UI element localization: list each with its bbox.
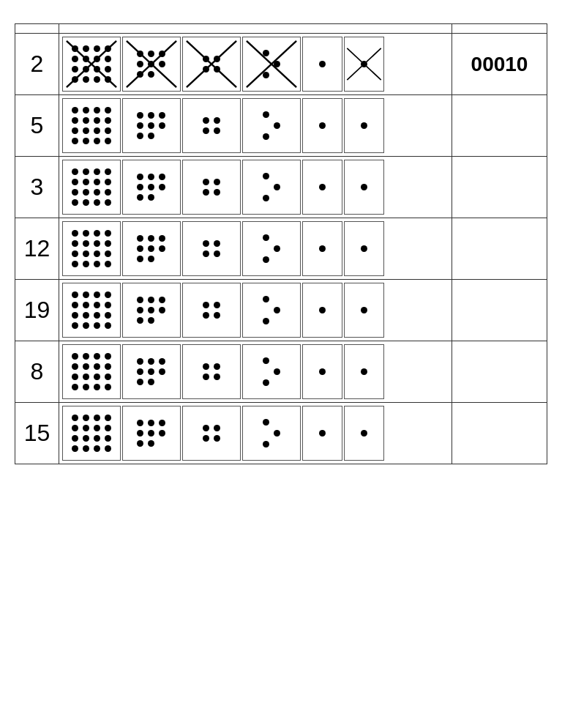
binary-card-2: [182, 406, 241, 461]
cards-cell-0: [59, 34, 452, 95]
binary-card-4: [302, 98, 342, 153]
binary-card-4: [302, 283, 342, 338]
binary-card-0: [62, 160, 121, 215]
binary-card-1: [122, 98, 181, 153]
cards-cell-1: [59, 95, 452, 157]
binary-answer-1: [452, 95, 547, 157]
binary-card-5: [344, 406, 384, 461]
binary-card-5: [344, 98, 384, 153]
binary-card-4: [302, 221, 342, 276]
binary-card-0: [62, 406, 121, 461]
binary-card-4: [302, 344, 342, 399]
binary-card-1: [122, 221, 181, 276]
cards-cell-3: [59, 218, 452, 280]
binary-card-2: [182, 344, 241, 399]
binary-card-3: [242, 344, 301, 399]
binary-card-3: [242, 283, 301, 338]
binary-card-3: [242, 98, 301, 153]
binary-card-1: [122, 344, 181, 399]
cards-cell-2: [59, 157, 452, 218]
table-row: 12: [15, 218, 547, 280]
binary-answer-2: [452, 157, 547, 218]
binary-card-2: [182, 98, 241, 153]
binary-card-4: [302, 160, 342, 215]
binary-answer-0: 00010: [452, 34, 547, 95]
binary-answer-3: [452, 218, 547, 280]
cards-cell-4: [59, 280, 452, 341]
binary-card-5: [344, 344, 384, 399]
binary-card-0: [62, 98, 121, 153]
binary-card-1: [122, 160, 181, 215]
binary-card-3: [242, 221, 301, 276]
binary-card-3: [242, 406, 301, 461]
binary-card-5: [344, 221, 384, 276]
table-row: 15: [15, 403, 547, 464]
binary-card-5: [344, 37, 384, 92]
row-number-6: 15: [15, 403, 59, 464]
binary-answer-4: [452, 280, 547, 341]
table-row: 2 00010: [15, 34, 547, 95]
row-number-0: 2: [15, 34, 59, 95]
binary-card-2: [182, 283, 241, 338]
worksheet-table: 2 00010531219815: [15, 23, 547, 464]
table-row: 3: [15, 157, 547, 218]
binary-card-1: [122, 283, 181, 338]
page: 2 00010531219815: [15, 15, 547, 464]
row-number-5: 8: [15, 341, 59, 403]
binary-card-1: [122, 406, 181, 461]
cards-cell-6: [59, 403, 452, 464]
header-number: [15, 24, 59, 34]
binary-card-2: [182, 160, 241, 215]
table-row: 5: [15, 95, 547, 157]
table-row: 19: [15, 280, 547, 341]
binary-card-0: [62, 37, 121, 92]
binary-card-0: [62, 344, 121, 399]
binary-card-3: [242, 160, 301, 215]
binary-answer-6: [452, 403, 547, 464]
row-number-3: 12: [15, 218, 59, 280]
binary-card-2: [182, 221, 241, 276]
binary-card-0: [62, 221, 121, 276]
table-row: 8: [15, 341, 547, 403]
binary-card-3: [242, 37, 301, 92]
binary-card-5: [344, 160, 384, 215]
row-number-1: 5: [15, 95, 59, 157]
binary-card-4: [302, 37, 342, 92]
binary-card-5: [344, 283, 384, 338]
binary-card-2: [182, 37, 241, 92]
row-number-2: 3: [15, 157, 59, 218]
header-binary: [452, 24, 547, 34]
binary-card-1: [122, 37, 181, 92]
cards-cell-5: [59, 341, 452, 403]
binary-card-4: [302, 406, 342, 461]
header-cards: [59, 24, 452, 34]
binary-card-0: [62, 283, 121, 338]
binary-answer-5: [452, 341, 547, 403]
row-number-4: 19: [15, 280, 59, 341]
